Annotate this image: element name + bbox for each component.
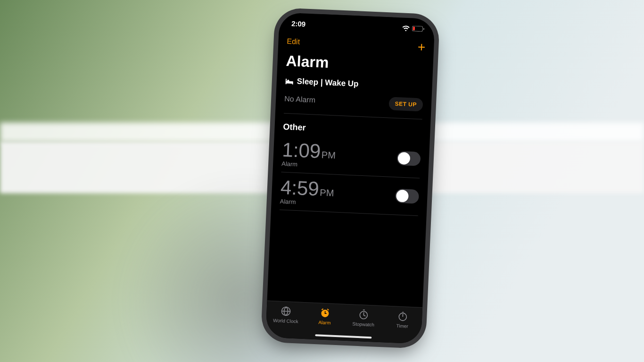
alarm-row-0[interactable]: 1:09 PM Alarm (281, 135, 421, 179)
bed-icon (285, 78, 294, 84)
edit-button[interactable]: Edit (287, 37, 300, 46)
tab-world-clock[interactable]: World Clock (266, 305, 305, 325)
sleep-setup-button[interactable]: SET UP (388, 97, 423, 111)
alarm-time: 4:59 (280, 176, 320, 201)
screen: 2:09 Edit + Alarm Sleep | Wake Up (265, 12, 435, 344)
home-indicator[interactable] (315, 334, 372, 338)
status-time: 2:09 (291, 19, 306, 28)
svg-rect-6 (324, 313, 326, 314)
alarm-row-1[interactable]: 4:59 PM Alarm (280, 173, 420, 216)
tab-label: Timer (396, 323, 408, 329)
alarm-period: PM (321, 149, 336, 161)
alarm-toggle-0[interactable] (396, 151, 421, 166)
tab-stopwatch[interactable]: Stopwatch (344, 308, 383, 328)
alarm-period: PM (320, 187, 334, 198)
phone-frame: 2:09 Edit + Alarm Sleep | Wake Up (265, 12, 435, 344)
tab-label: Alarm (318, 320, 331, 325)
sleep-wake-row: No Alarm SET UP (284, 86, 423, 120)
alarm-time: 1:09 (281, 139, 321, 163)
tab-bar: World Clock Alarm Stopwatch Timer (265, 301, 422, 344)
sleep-status: No Alarm (284, 95, 316, 105)
tab-timer[interactable]: Timer (383, 310, 422, 329)
tab-label: Stopwatch (352, 321, 374, 327)
svg-rect-1 (413, 27, 415, 31)
alarm-toggle-1[interactable] (395, 189, 419, 204)
battery-low-icon (412, 25, 424, 32)
tab-alarm[interactable]: Alarm (305, 306, 345, 326)
add-alarm-button[interactable]: + (417, 41, 426, 54)
wifi-icon (402, 25, 410, 32)
tab-label: World Clock (273, 318, 298, 324)
svg-rect-2 (423, 28, 424, 30)
